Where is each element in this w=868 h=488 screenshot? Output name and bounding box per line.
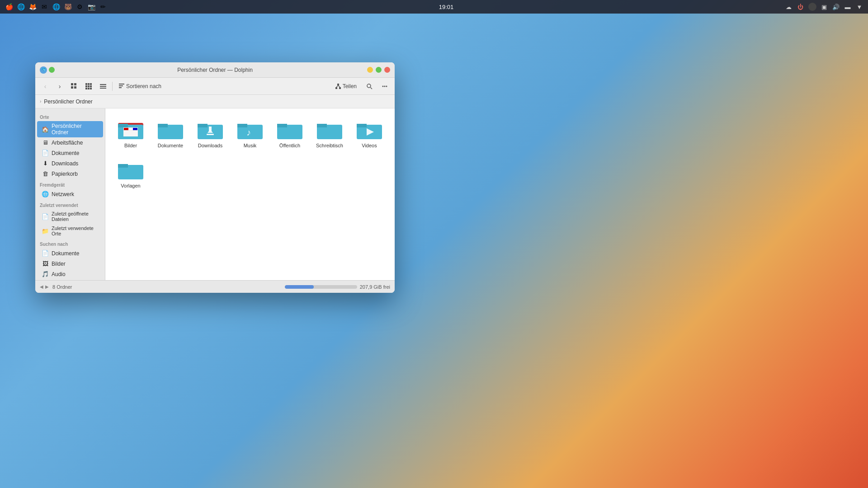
settings-icon[interactable]: ⚙ — [75, 2, 84, 11]
weather-icon[interactable]: ☁ — [785, 3, 793, 11]
sort-button[interactable]: Sortieren nach — [115, 82, 165, 91]
title-bar: 🐬 Persönlicher Ordner — Dolphin — [35, 62, 395, 78]
more-button[interactable] — [378, 80, 391, 93]
svg-point-26 — [382, 85, 384, 87]
volume-icon[interactable]: 🔊 — [832, 3, 840, 11]
folder-videos[interactable]: Videos — [351, 116, 387, 152]
scroll-right-button[interactable]: ▶ — [45, 284, 49, 289]
folder-musik[interactable]: ♪ Musik — [232, 116, 268, 152]
sidebar-section-fremdgeraet: Fremdgerät — [35, 179, 105, 189]
forward-button[interactable]: › — [53, 80, 66, 93]
taskbar-clock: 19:01 — [439, 4, 454, 10]
scroll-left-button[interactable]: ◀ — [40, 284, 43, 289]
folder-vorlagen[interactable]: Vorlagen — [113, 156, 149, 192]
battery-icon[interactable]: ▬ — [844, 3, 852, 11]
terminal-icon[interactable]: ✏ — [99, 2, 108, 11]
folder-oeffentlich-icon — [277, 119, 302, 141]
folder-downloads[interactable]: Downloads — [192, 116, 228, 152]
search-button[interactable] — [363, 80, 376, 93]
main-area: Orte 🏠 Persönlicher Ordner 🖥 Arbeitsfläc… — [35, 108, 395, 280]
bear-icon[interactable]: 🐻 — [63, 2, 72, 11]
window-icon[interactable]: ▣ — [820, 3, 828, 11]
apple-icon[interactable]: 🍎 — [5, 2, 14, 11]
folder-downloads-icon — [198, 119, 223, 141]
sidebar-item-recent-files[interactable]: 📄 Zuletzt geöffnete Dateien — [37, 209, 103, 224]
toolbar-right: Teilen — [332, 80, 391, 93]
status-bar-left: ◀ ▶ — [40, 284, 49, 289]
camera-icon[interactable]: 📷 — [87, 2, 96, 11]
view-compact-button[interactable] — [82, 80, 95, 93]
sidebar-item-documents[interactable]: 📄 Dokumente — [37, 148, 103, 158]
sidebar-item-trash-label: Papierkorb — [52, 171, 78, 177]
svg-point-27 — [384, 85, 386, 87]
sidebar-item-recent-places[interactable]: 📁 Zuletzt verwendete Orte — [37, 224, 103, 238]
storage-bar-track — [285, 285, 357, 289]
folder-bilder[interactable]: Bilder — [113, 116, 149, 152]
sidebar-section-zuletzt: Zuletzt verwendet — [35, 199, 105, 209]
share-button[interactable]: Teilen — [332, 82, 360, 91]
sidebar-item-desktop-label: Arbeitsfläche — [52, 140, 83, 146]
firefox-icon[interactable]: 🦊 — [28, 2, 37, 11]
taskbar-right: ☁ ⏻ ▣ 🔊 ▬ ▼ — [785, 3, 863, 11]
sidebar-item-search-docs[interactable]: 📄 Dokumente — [37, 248, 103, 258]
svg-rect-14 — [100, 86, 106, 87]
svg-rect-57 — [118, 164, 128, 168]
svg-rect-38 — [133, 128, 137, 130]
svg-rect-32 — [118, 124, 128, 127]
dolphin-logo: 🐬 — [40, 66, 47, 74]
storage-bar-fill — [285, 285, 314, 289]
sidebar-item-search-audio[interactable]: 🎵 Audio — [37, 269, 103, 279]
svg-rect-5 — [88, 83, 90, 85]
folder-schreibtisch-name: Schreibtisch — [316, 143, 343, 149]
recent-files-icon: 📄 — [42, 213, 49, 220]
chevron-down-icon[interactable]: ▼ — [855, 3, 863, 11]
sidebar-item-downloads[interactable]: ⬇ Downloads — [37, 158, 103, 169]
svg-rect-36 — [124, 128, 128, 130]
close-button[interactable] — [384, 67, 390, 73]
user-icon[interactable] — [808, 3, 816, 11]
view-icons-button[interactable] — [68, 80, 80, 93]
taskbar: 🍎 🌐 🦊 ✉ 🌐 🐻 ⚙ 📷 ✏ 19:01 ☁ ⏻ ▣ 🔊 ▬ ▼ — [0, 0, 868, 14]
sidebar-item-network-label: Netzwerk — [52, 191, 74, 197]
sidebar-item-trash[interactable]: 🗑 Papierkorb — [37, 169, 103, 179]
svg-rect-10 — [85, 88, 87, 89]
folder-musik-name: Musik — [244, 143, 257, 149]
minimize-button[interactable] — [367, 67, 373, 73]
maximize-button[interactable] — [376, 67, 382, 73]
folder-oeffentlich[interactable]: Öffentlich — [272, 116, 308, 152]
folder-dokumente[interactable]: Dokumente — [152, 116, 189, 152]
svg-rect-0 — [71, 83, 73, 85]
power-icon[interactable]: ⏻ — [797, 3, 805, 11]
svg-rect-7 — [85, 85, 87, 87]
folder-musik-icon: ♪ — [237, 119, 263, 141]
svg-rect-12 — [90, 88, 92, 89]
svg-rect-17 — [119, 85, 123, 86]
back-button[interactable]: ‹ — [39, 80, 52, 93]
sidebar-item-search-images[interactable]: 🖼 Bilder — [37, 258, 103, 269]
sidebar-item-downloads-label: Downloads — [52, 160, 78, 167]
recent-places-icon: 📁 — [42, 228, 49, 235]
svg-line-25 — [371, 87, 373, 89]
toolbar: ‹ › — [35, 78, 395, 95]
window-title: Persönlicher Ordner — Dolphin — [177, 67, 253, 73]
svg-point-28 — [386, 85, 387, 87]
globe-icon[interactable]: 🌐 — [52, 2, 61, 11]
download-icon: ⬇ — [42, 160, 49, 167]
browser-icon[interactable]: 🌐 — [16, 2, 25, 11]
sort-label: Sortieren nach — [126, 83, 161, 89]
sidebar-item-search-audio-label: Audio — [52, 271, 66, 277]
sidebar-item-desktop[interactable]: 🖥 Arbeitsfläche — [37, 137, 103, 148]
sidebar-item-network[interactable]: 🌐 Netzwerk — [37, 189, 103, 199]
svg-rect-2 — [71, 86, 73, 89]
sidebar-section-orte: Orte — [35, 111, 105, 121]
breadcrumb[interactable]: Persönlicher Ordner — [44, 99, 92, 105]
mail-icon[interactable]: ✉ — [40, 2, 49, 11]
search-images-icon: 🖼 — [42, 260, 49, 267]
taskbar-left: 🍎 🌐 🦊 ✉ 🌐 🐻 ⚙ 📷 ✏ — [5, 2, 108, 11]
svg-rect-54 — [357, 124, 367, 127]
home-icon: 🏠 — [42, 126, 49, 133]
folder-schreibtisch[interactable]: Schreibtisch — [311, 116, 348, 152]
sidebar-item-personal[interactable]: 🏠 Persönlicher Ordner — [37, 121, 103, 137]
file-grid: Bilder Dokumente — [105, 108, 395, 280]
view-list-button[interactable] — [97, 80, 109, 93]
